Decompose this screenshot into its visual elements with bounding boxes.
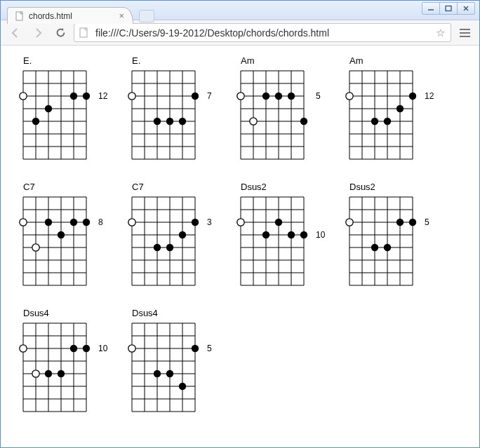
browser-toolbar: ☆: [1, 20, 479, 46]
fret-label: 5: [207, 344, 212, 353]
svg-point-139: [288, 231, 295, 238]
chord-diagram: C78: [13, 182, 122, 288]
svg-point-195: [154, 370, 161, 377]
svg-point-176: [45, 370, 52, 377]
svg-point-138: [275, 219, 282, 226]
new-tab-button[interactable]: [139, 10, 154, 22]
svg-point-22: [45, 105, 52, 112]
svg-point-99: [45, 219, 52, 226]
svg-point-159: [409, 219, 416, 226]
fret-label: 8: [98, 218, 103, 226]
svg-point-121: [192, 219, 199, 226]
tab-close-icon[interactable]: ×: [116, 11, 127, 21]
svg-point-21: [32, 118, 39, 125]
svg-point-179: [83, 345, 90, 352]
chord-name: Dsus2: [349, 182, 448, 192]
tab-strip: chords.html ×: [7, 6, 154, 24]
chord-name: E.: [23, 55, 122, 66]
chord-diagram: Am5: [231, 55, 340, 162]
svg-point-198: [192, 345, 199, 352]
svg-point-81: [396, 105, 404, 112]
fret-label: 10: [316, 231, 325, 239]
back-button[interactable]: [6, 24, 25, 42]
svg-point-42: [179, 118, 186, 125]
maximize-button[interactable]: [439, 2, 458, 15]
fret-label: 5: [425, 218, 429, 226]
svg-point-61: [275, 93, 282, 100]
window-buttons: [422, 2, 475, 15]
svg-point-197: [179, 383, 186, 390]
svg-point-120: [179, 231, 186, 238]
svg-point-119: [166, 244, 173, 251]
svg-point-39: [128, 93, 135, 100]
svg-point-62: [288, 93, 295, 100]
svg-point-140: [300, 231, 307, 238]
chord-name: Am: [241, 55, 340, 66]
svg-point-118: [154, 244, 161, 251]
svg-point-24: [83, 93, 90, 100]
close-button[interactable]: [457, 2, 475, 15]
menu-button[interactable]: [455, 24, 474, 42]
svg-point-23: [70, 93, 77, 100]
chord-name: Am: [349, 55, 448, 66]
url-input[interactable]: [94, 27, 434, 39]
forward-button[interactable]: [29, 24, 47, 42]
svg-point-194: [128, 345, 135, 352]
chord-grid: E.12E.7Am5Am12C78C73Dsus210Dsus25Dsus410…: [13, 55, 467, 434]
svg-point-58: [237, 93, 244, 100]
globe-icon: [79, 27, 90, 39]
chord-diagram: Dsus25: [340, 182, 448, 288]
chord-diagram: Dsus410: [13, 308, 122, 414]
tab-title: chords.html: [29, 11, 72, 21]
svg-point-102: [83, 219, 90, 226]
fret-label: 10: [98, 344, 107, 353]
chord-name: Dsus4: [132, 308, 231, 318]
svg-point-174: [20, 345, 27, 352]
svg-point-60: [262, 93, 269, 100]
fret-label: 3: [207, 218, 212, 226]
svg-point-101: [70, 219, 77, 226]
browser-tab[interactable]: chords.html ×: [7, 7, 133, 24]
chord-diagram: Dsus45: [122, 308, 231, 414]
reload-button[interactable]: [51, 24, 69, 42]
svg-point-80: [384, 118, 391, 125]
svg-point-175: [32, 370, 39, 377]
svg-rect-1: [446, 6, 451, 11]
svg-point-158: [396, 219, 404, 226]
svg-point-177: [58, 370, 65, 377]
svg-point-137: [262, 231, 269, 238]
chord-name: E.: [132, 55, 231, 66]
chord-diagram: Dsus210: [231, 182, 340, 288]
fret-label: 12: [425, 92, 434, 100]
fret-label: 5: [316, 92, 321, 100]
svg-point-78: [346, 93, 353, 100]
svg-point-82: [409, 93, 416, 100]
svg-point-63: [300, 118, 307, 125]
address-bar[interactable]: ☆: [74, 23, 451, 42]
svg-point-100: [58, 231, 65, 238]
svg-point-20: [20, 93, 27, 100]
svg-point-156: [371, 244, 378, 251]
svg-point-196: [166, 370, 173, 377]
svg-point-178: [70, 345, 77, 352]
page-content: E.12E.7Am5Am12C78C73Dsus210Dsus25Dsus410…: [1, 46, 479, 447]
svg-point-97: [20, 219, 27, 226]
page-icon: [15, 11, 25, 21]
bookmark-star-icon[interactable]: ☆: [434, 27, 446, 39]
svg-point-117: [128, 219, 135, 226]
svg-point-41: [166, 118, 173, 125]
svg-point-79: [371, 118, 378, 125]
svg-point-157: [384, 244, 391, 251]
svg-point-98: [32, 244, 39, 251]
chord-name: Dsus4: [23, 308, 122, 318]
chord-name: C7: [132, 182, 231, 192]
chord-diagram: E.7: [122, 55, 231, 162]
chord-diagram: E.12: [13, 55, 122, 162]
minimize-button[interactable]: [422, 2, 440, 15]
fret-label: 7: [207, 92, 212, 100]
svg-point-136: [237, 219, 244, 226]
svg-point-155: [346, 219, 353, 226]
fret-label: 12: [98, 92, 107, 100]
chord-name: Dsus2: [241, 182, 340, 192]
chord-diagram: C73: [122, 182, 231, 288]
